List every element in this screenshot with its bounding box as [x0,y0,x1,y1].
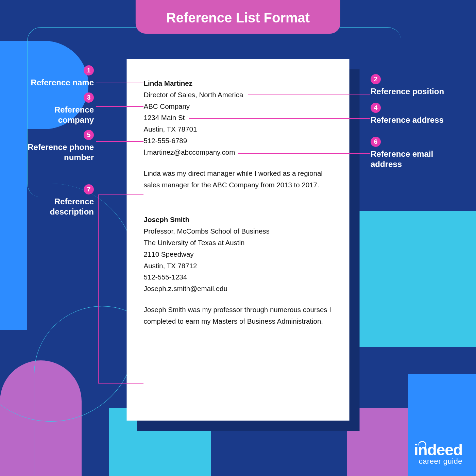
connector-line [96,141,143,142]
callout-label: Reference company [54,105,94,124]
connector-line [96,83,143,83]
badge-number: 4 [371,103,381,113]
brand-logo: indeed career guide [414,441,462,466]
reference-name: Linda Martinez [144,78,333,89]
callout-label: Reference email address [371,149,433,169]
callout-reference-name: 1 Reference name [10,65,94,88]
callout-reference-company: 3 Reference company [10,92,94,125]
connector-line [98,383,143,384]
badge-number: 1 [84,65,94,75]
connector-line [98,194,99,383]
document-wrapper: Linda Martinez Director of Sales, North … [127,59,350,421]
callout-reference-phone: 5 Reference phone number [10,129,94,163]
callout-label: Reference name [31,78,94,87]
reference-description: Joseph Smith was my professor through nu… [144,304,333,327]
callout-label: Reference phone number [28,142,94,162]
badge-number: 5 [84,130,94,140]
connector-line [248,95,370,95]
reference-email: l.martinez@abccompany.com [144,147,333,158]
connector-line [98,194,143,195]
callout-reference-address: 4 Reference address [371,102,462,125]
reference-address-line2: Austin, TX 78701 [144,123,333,135]
callout-reference-position: 2 Reference position [371,73,462,97]
badge-number: 3 [84,92,94,103]
brand-name: indeed [414,441,462,459]
connector-line [189,118,370,119]
badge-number: 6 [371,137,381,147]
reference-company: ABC Company [144,101,333,112]
reference-address-line2: Austin, TX 78712 [144,260,333,272]
divider [144,202,333,202]
reference-description: Linda was my direct manager while I work… [144,168,333,191]
reference-phone: 512-555-6789 [144,135,333,147]
badge-number: 7 [84,184,94,194]
reference-phone: 512-555-1234 [144,271,333,283]
page-title: Reference List Format [136,0,340,34]
reference-name: Joseph Smith [144,214,333,225]
callout-reference-email: 6 Reference email address [371,136,462,169]
connector-line [238,153,370,154]
reference-entry: Joseph Smith Professor, McCombs School o… [144,214,333,327]
reference-address-line1: 2110 Speedway [144,249,333,260]
callout-label: Reference address [371,115,444,124]
reference-position: Professor, McCombs School of Business [144,225,333,237]
connector-line [96,106,143,107]
reference-email: Joseph.z.smith@email.edu [144,283,333,294]
badge-number: 2 [371,74,381,84]
reference-company: The University of Texas at Austin [144,237,333,249]
callout-label: Reference description [50,197,94,216]
callout-label: Reference position [371,87,444,96]
reference-document: Linda Martinez Director of Sales, North … [127,59,350,421]
callout-reference-description: 7 Reference description [10,184,94,217]
